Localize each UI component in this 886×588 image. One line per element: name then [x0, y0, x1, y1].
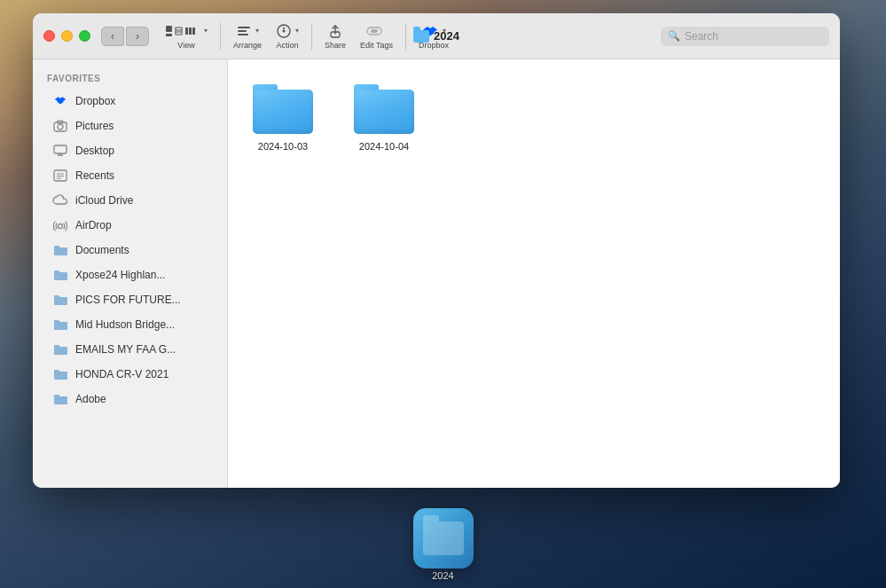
- adobe-folder-icon: [52, 391, 68, 407]
- sidebar-adobe-label: Adobe: [75, 393, 106, 405]
- pics-folder-icon: [52, 292, 68, 308]
- view-label: View: [177, 41, 194, 50]
- svg-rect-1: [166, 34, 172, 36]
- forward-icon: ›: [136, 30, 139, 43]
- dock-item-label: 2024: [432, 570, 453, 581]
- share-button[interactable]: Share: [319, 20, 351, 52]
- arrange-label: Arrange: [233, 41, 262, 50]
- folder-icon-large-1: [253, 84, 313, 134]
- sidebar-honda-label: HONDA CR-V 2021: [75, 368, 169, 380]
- view-button[interactable]: ▾ View: [160, 20, 213, 52]
- svg-rect-16: [371, 29, 378, 33]
- folder-item-2024-10-04[interactable]: 2024-10-04: [347, 77, 421, 159]
- camera-icon: [52, 118, 68, 134]
- view-icons: [165, 23, 200, 39]
- svg-rect-7: [192, 27, 195, 35]
- edit-tags-label: Edit Tags: [360, 41, 393, 50]
- svg-rect-0: [166, 26, 172, 32]
- toolbar-divider-3: [405, 23, 406, 50]
- sidebar-documents-label: Documents: [75, 244, 129, 256]
- sidebar-item-adobe[interactable]: Adobe: [38, 387, 222, 412]
- navigation-buttons: ‹ ›: [101, 27, 149, 46]
- action-label: Action: [277, 41, 299, 50]
- sidebar-item-xpose24[interactable]: Xpose24 Highlan...: [38, 263, 222, 287]
- search-icon: 🔍: [668, 30, 680, 42]
- svg-rect-10: [238, 34, 248, 35]
- search-bar[interactable]: 🔍: [661, 27, 829, 46]
- xpose24-folder-icon: [52, 267, 68, 283]
- svg-point-18: [58, 124, 63, 129]
- folder-body-1: [253, 90, 313, 134]
- edit-tags-icon: [366, 23, 386, 39]
- arrange-chevron-icon: ▾: [255, 27, 259, 35]
- sidebar-item-pics[interactable]: PICS FOR FUTURE...: [38, 287, 222, 312]
- airdrop-icon: [52, 217, 68, 233]
- svg-point-12: [283, 29, 286, 32]
- back-button[interactable]: ‹: [101, 27, 124, 46]
- view-chevron-icon: ▾: [204, 27, 208, 35]
- sidebar-xpose24-label: Xpose24 Highlan...: [75, 269, 165, 281]
- action-icon: [276, 23, 292, 39]
- finder-body: Favorites Dropbox: [33, 59, 840, 488]
- sidebar-item-recents[interactable]: Recents: [38, 163, 222, 188]
- action-button[interactable]: ▾ Action: [271, 20, 304, 52]
- arrange-icon: [236, 23, 252, 39]
- desktop-icon: [52, 143, 68, 159]
- window-title: 2024: [434, 29, 459, 43]
- search-input[interactable]: [685, 30, 822, 43]
- sidebar-recents-label: Recents: [75, 169, 114, 182]
- sidebar-item-desktop[interactable]: Desktop: [38, 138, 222, 163]
- sidebar-item-documents[interactable]: Documents: [38, 238, 222, 263]
- sidebar-airdrop-label: AirDrop: [75, 219, 112, 231]
- view-icon-area: ▾: [165, 23, 208, 39]
- sidebar-item-dropbox[interactable]: Dropbox: [38, 89, 222, 114]
- file-grid: 2024-10-03 2024-10-04: [246, 77, 822, 159]
- edit-tags-icon-area: [366, 23, 386, 39]
- content-area: 2024-10-03 2024-10-04: [228, 59, 840, 488]
- sidebar-item-honda[interactable]: HONDA CR-V 2021: [38, 362, 222, 387]
- dropbox-sidebar-icon: [52, 93, 68, 109]
- folder-item-2024-10-03[interactable]: 2024-10-03: [246, 77, 320, 159]
- sidebar-desktop-label: Desktop: [75, 145, 114, 157]
- folder-label-2: 2024-10-04: [359, 141, 409, 152]
- toolbar: ▾ View ▾ Arrange: [160, 20, 454, 52]
- back-icon: ‹: [111, 30, 114, 43]
- emails-folder-icon: [52, 341, 68, 357]
- sidebar-item-midhudson[interactable]: Mid Hudson Bridge...: [38, 312, 222, 337]
- icloud-icon: [52, 192, 68, 208]
- toolbar-divider-2: [311, 23, 312, 50]
- maximize-button[interactable]: [79, 30, 90, 42]
- close-button[interactable]: [43, 30, 55, 42]
- sidebar-item-pictures[interactable]: Pictures: [38, 114, 222, 138]
- honda-folder-icon: [52, 366, 68, 382]
- edit-tags-button[interactable]: Edit Tags: [355, 20, 398, 52]
- forward-button[interactable]: ›: [126, 27, 149, 46]
- sidebar-section-label: Favorites: [33, 70, 227, 89]
- sidebar-icloud-label: iCloud Drive: [75, 194, 133, 207]
- minimize-button[interactable]: [61, 30, 73, 42]
- sidebar-emails-label: EMAILS MY FAA G...: [75, 343, 176, 356]
- svg-rect-5: [185, 27, 188, 35]
- sidebar-item-airdrop[interactable]: AirDrop: [38, 213, 222, 238]
- arrange-icon-area: ▾: [236, 23, 259, 39]
- svg-point-27: [59, 224, 63, 229]
- folder-icon-large-2: [354, 84, 414, 134]
- dock-folder-body: [423, 521, 464, 555]
- sidebar-pictures-label: Pictures: [75, 120, 114, 132]
- toolbar-divider-1: [220, 23, 221, 50]
- title-bar: ‹ ›: [33, 13, 840, 59]
- sidebar-item-emails[interactable]: EMAILS MY FAA G...: [38, 337, 222, 362]
- folder-label-1: 2024-10-03: [258, 141, 308, 152]
- sidebar-midhudson-label: Mid Hudson Bridge...: [75, 318, 175, 331]
- arrange-button[interactable]: ▾ Arrange: [228, 20, 267, 52]
- svg-rect-6: [189, 27, 192, 35]
- dock-item-2024[interactable]: 2024: [413, 508, 474, 581]
- finder-window: ‹ ›: [33, 13, 840, 488]
- documents-folder-icon: [52, 242, 68, 258]
- title-folder-icon: [413, 30, 429, 43]
- share-label: Share: [325, 41, 346, 50]
- action-chevron-icon: ▾: [295, 27, 299, 35]
- sidebar-item-icloud[interactable]: iCloud Drive: [38, 188, 222, 213]
- midhudson-folder-icon: [52, 317, 68, 333]
- folder-body-2: [354, 90, 414, 134]
